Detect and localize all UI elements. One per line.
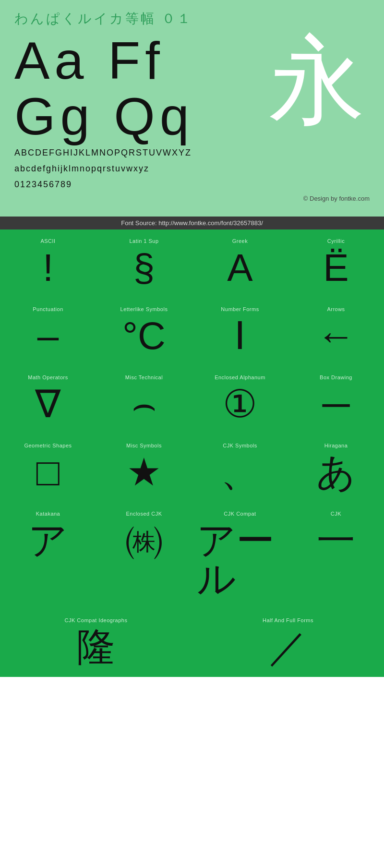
glyph-label: Geometric Shapes xyxy=(24,443,72,448)
glyph-char: ① xyxy=(223,385,257,423)
glyph-label: Letterlike Symbols xyxy=(120,306,168,312)
letter-pair-gq: Gg Qq xyxy=(14,88,264,144)
source-bar: Font Source: http://www.fontke.com/font/… xyxy=(0,217,384,229)
glyph-cell: CyrillicЁ xyxy=(288,229,384,298)
glyph-label: CJK Compat Ideographs xyxy=(65,617,128,623)
glyph-char: 隆 xyxy=(77,628,115,666)
glyph-cell: Latin 1 Sup§ xyxy=(96,229,192,298)
glyph-label: CJK xyxy=(331,511,341,517)
big-letters-left: Aa Ff Gg Qq xyxy=(14,33,264,144)
glyph-label: Hiragana xyxy=(324,443,348,448)
glyph-label: Greek xyxy=(232,238,248,244)
glyph-char: °C xyxy=(122,317,166,355)
glyph-cell: Punctuation– xyxy=(0,298,96,366)
glyph-char: Ё xyxy=(323,249,348,287)
glyph-grid: ASCII!Latin 1 Sup§GreekΑCyrillicЁPunctua… xyxy=(0,229,384,609)
glyph-label: Misc Technical xyxy=(125,374,163,380)
uppercase-row: ABCDEFGHIJKLMNOPQRSTUVWXYZ xyxy=(14,146,370,159)
glyph-char: 、 xyxy=(221,453,259,492)
glyph-label: Half And Full Forms xyxy=(263,617,313,623)
glyph-char: あ xyxy=(316,453,356,492)
glyph-cell: GreekΑ xyxy=(192,229,288,298)
glyph-char: – xyxy=(37,317,59,355)
glyph-char: ← xyxy=(317,317,355,355)
glyph-cell: Letterlike Symbols°C xyxy=(96,298,192,366)
glyph-label: Misc Symbols xyxy=(126,443,162,448)
glyph-char: ／ xyxy=(269,628,307,666)
glyph-char: □ xyxy=(36,453,60,492)
digits-row: 0123456789 xyxy=(14,178,370,191)
glyph-char: ㈱ xyxy=(125,521,163,560)
glyph-cell: Misc Symbols★ xyxy=(96,434,192,502)
glyph-label: Latin 1 Sup xyxy=(129,238,158,244)
glyph-char: ∇ xyxy=(35,385,61,423)
glyph-cell: CJK一 xyxy=(288,502,384,609)
font-title: わんぱくルイカ等幅 ０１ xyxy=(14,10,370,28)
glyph-char: ア xyxy=(28,521,68,560)
glyph-cell: Geometric Shapes□ xyxy=(0,434,96,502)
lowercase-row: abcdefghijklmnopqrstuvwxyz xyxy=(14,162,370,175)
glyph-label: Enclosed Alphanum xyxy=(215,374,265,380)
glyph-cell: Arrows← xyxy=(288,298,384,366)
glyph-char: ★ xyxy=(127,453,161,492)
glyph-cell: Hiraganaあ xyxy=(288,434,384,502)
glyph-cell: CJK Compat Ideographs隆 xyxy=(0,609,192,677)
glyph-char: ⌢ xyxy=(132,385,157,423)
bottom-row: CJK Compat Ideographs隆Half And Full Form… xyxy=(0,609,384,677)
glyph-cell: Number FormsⅠ xyxy=(192,298,288,366)
glyph-cell: Misc Technical⌢ xyxy=(96,366,192,434)
letter-pair-af: Aa Ff xyxy=(14,33,264,88)
glyph-cell: Katakanaア xyxy=(0,502,96,609)
glyph-label: Katakana xyxy=(36,511,60,517)
glyph-label: Number Forms xyxy=(221,306,259,312)
glyph-char: 一 xyxy=(317,521,355,560)
glyph-cell: Math Operators∇ xyxy=(0,366,96,434)
glyph-cell: Box Drawing─ xyxy=(288,366,384,434)
kanji-char: 永 xyxy=(269,33,365,129)
glyph-label: Arrows xyxy=(327,306,345,312)
glyph-label: ASCII xyxy=(40,238,55,244)
glyph-char: Ⅰ xyxy=(234,317,246,355)
glyph-cell: CJK Compatアール xyxy=(192,502,288,609)
glyph-cell: CJK Symbols、 xyxy=(192,434,288,502)
glyph-char: § xyxy=(133,249,155,287)
glyph-char: アール xyxy=(197,521,283,598)
glyph-cell: Half And Full Forms／ xyxy=(192,609,384,677)
glyph-section: ASCII!Latin 1 Sup§GreekΑCyrillicЁPunctua… xyxy=(0,229,384,677)
glyph-cell: Enclosed CJK㈱ xyxy=(96,502,192,609)
glyph-label: Punctuation xyxy=(33,306,63,312)
glyph-label: CJK Compat xyxy=(224,511,256,517)
glyph-label: Enclosed CJK xyxy=(126,511,162,517)
glyph-label: Cyrillic xyxy=(327,238,345,244)
copyright: © Design by fontke.com xyxy=(14,195,370,202)
glyph-label: CJK Symbols xyxy=(223,443,257,448)
glyph-cell: Enclosed Alphanum① xyxy=(192,366,288,434)
glyph-label: Box Drawing xyxy=(320,374,352,380)
source-text: Font Source: http://www.fontke.com/font/… xyxy=(121,219,263,227)
glyph-label: Math Operators xyxy=(28,374,68,380)
glyph-char: ! xyxy=(43,249,53,287)
glyph-char: Α xyxy=(227,249,252,287)
glyph-cell: ASCII! xyxy=(0,229,96,298)
glyph-char: ─ xyxy=(323,385,350,423)
big-letters-right: 永 xyxy=(264,33,370,129)
preview-section: わんぱくルイカ等幅 ０１ Aa Ff Gg Qq 永 ABCDEFGHIJKLM… xyxy=(0,0,384,217)
